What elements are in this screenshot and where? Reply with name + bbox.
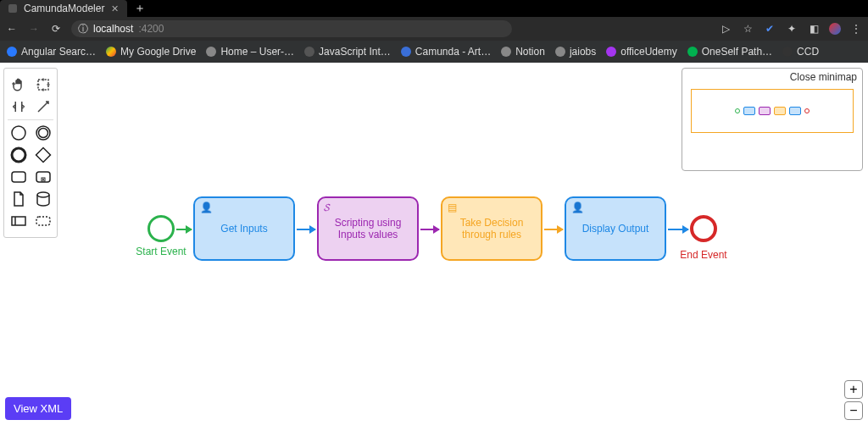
panel-icon[interactable]: ◧ — [807, 23, 821, 35]
star-icon[interactable]: ☆ — [741, 23, 754, 35]
flow-t4-to-end[interactable] — [668, 229, 688, 230]
task-get-inputs[interactable]: 👤 Get Inputs — [193, 196, 295, 261]
tab-title: CamundaModeler — [24, 3, 104, 14]
flow-t1-to-t2[interactable] — [297, 229, 315, 230]
flow-t3-to-t4[interactable] — [544, 229, 563, 230]
view-xml-button[interactable]: View XML — [5, 397, 71, 420]
business-rule-task-icon: ▤ — [448, 202, 457, 213]
minimap-viewport[interactable] — [691, 89, 854, 133]
tab-favicon — [8, 4, 17, 13]
extensions-icon[interactable]: ✦ — [785, 23, 798, 35]
window-close-icon[interactable]: ✕ — [855, 1, 866, 17]
maximize-icon[interactable]: ❐ — [835, 1, 847, 17]
mm-task-icon — [789, 107, 801, 115]
close-icon[interactable]: ✕ — [111, 3, 119, 14]
forward-icon[interactable]: → — [27, 23, 41, 35]
url-port: :4200 — [138, 23, 164, 35]
user-task-icon: 👤 — [200, 202, 213, 213]
mm-start-icon — [735, 108, 740, 113]
app-viewport: Start Event 👤 Get Inputs 𝓢 Scripting usi… — [0, 63, 868, 425]
avatar[interactable] — [829, 23, 841, 35]
chevron-down-icon[interactable]: ⌄ — [798, 1, 810, 17]
zoom-controls: + − — [844, 380, 863, 420]
end-event-label: End Event — [670, 249, 737, 261]
check-icon[interactable]: ✔ — [763, 23, 776, 35]
mm-task-icon — [774, 107, 786, 115]
bookmark-angular[interactable]: Angular Searc… — [7, 46, 96, 58]
flow-t2-to-t3[interactable] — [420, 229, 439, 230]
bookmarks-bar: Angular Searc… My Google Drive Home – Us… — [0, 41, 868, 63]
task-scripting[interactable]: 𝓢 Scripting using Inputs values — [317, 196, 419, 261]
bookmark-oneself[interactable]: OneSelf Path… — [687, 46, 772, 58]
bookmark-udemy[interactable]: officeUdemy — [606, 46, 676, 58]
kebab-icon[interactable]: ⋮ — [849, 23, 863, 35]
start-event-label: Start Event — [127, 246, 195, 257]
bookmark-home[interactable]: Home – User-… — [206, 46, 294, 58]
browser-tab-active[interactable]: CamundaModeler ✕ — [0, 0, 127, 17]
end-event-node[interactable] — [690, 215, 717, 242]
mm-end-icon — [804, 108, 810, 113]
bookmark-jaiobs[interactable]: jaiobs — [555, 46, 596, 58]
browser-tabbar: CamundaModeler ✕ ＋ ⌄ ━ ❐ ✕ — [0, 0, 868, 17]
reload-icon[interactable]: ⟳ — [49, 23, 63, 35]
bookmark-js[interactable]: JavaScript Int… — [304, 46, 391, 58]
bookmark-notion[interactable]: Notion — [501, 46, 545, 58]
task-display-output[interactable]: 👤 Display Output — [565, 196, 666, 261]
flow-start-to-t1[interactable] — [176, 229, 192, 230]
start-event-node[interactable] — [147, 215, 175, 242]
user-task-icon-2: 👤 — [571, 202, 584, 213]
mm-task-icon — [743, 107, 755, 115]
minimap-close-button[interactable]: Close minimap — [790, 71, 857, 83]
zoom-in-button[interactable]: + — [844, 380, 863, 399]
minimap: Close minimap — [682, 68, 863, 171]
bookmark-camunda[interactable]: Camunda - Art… — [401, 46, 491, 58]
bookmark-drive[interactable]: My Google Drive — [106, 46, 196, 58]
browser-toolbar: ← → ⟳ ⓘ localhost:4200 ▷ ☆ ✔ ✦ ◧ ⋮ — [0, 17, 868, 41]
back-icon[interactable]: ← — [5, 23, 19, 35]
script-task-icon: 𝓢 — [324, 202, 330, 213]
new-tab-button[interactable]: ＋ — [134, 1, 146, 16]
url-host: localhost — [93, 23, 133, 35]
bookmark-ccd[interactable]: CCD — [782, 46, 819, 58]
zoom-out-button[interactable]: − — [844, 401, 863, 420]
minimize-icon[interactable]: ━ — [818, 1, 826, 17]
info-icon: ⓘ — [78, 22, 88, 36]
task-decision[interactable]: ▤ Take Decision through rules — [441, 196, 542, 261]
address-bar[interactable]: ⓘ localhost:4200 — [71, 20, 512, 37]
mm-task-icon — [759, 107, 771, 115]
send-icon[interactable]: ▷ — [719, 23, 732, 35]
